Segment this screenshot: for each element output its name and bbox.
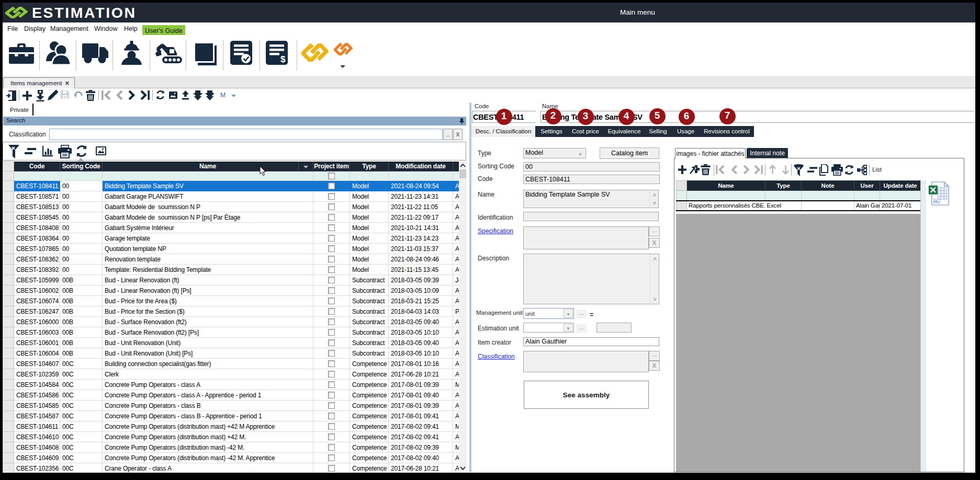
svg-text:$: $ (280, 54, 286, 64)
